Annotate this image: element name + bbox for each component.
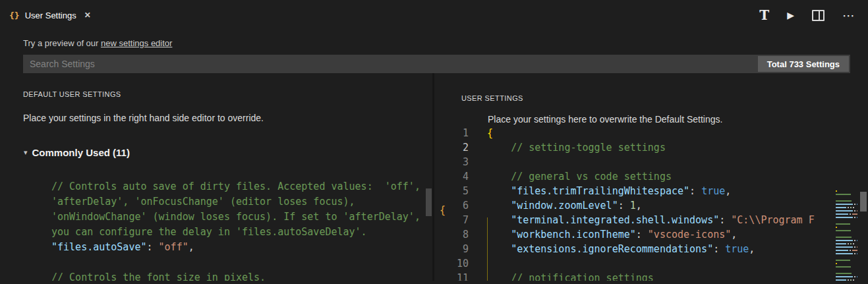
line-content: // notification settings	[487, 271, 654, 281]
minimap-row	[836, 256, 857, 258]
line-number: 4	[434, 169, 469, 184]
minimap-row	[836, 266, 857, 268]
code-line[interactable]: 10	[434, 256, 868, 271]
new-settings-editor-link[interactable]: new settings editor	[101, 38, 172, 48]
tab-bar: {} User Settings ✕ T ▶ ⋯	[0, 0, 868, 30]
line-content: you can configure the delay in 'files.au…	[51, 226, 367, 238]
code-line[interactable]: 4 // general vs code settings	[434, 169, 868, 184]
code-line[interactable]: 'afterDelay', 'onFocusChange' (editor lo…	[33, 194, 432, 210]
code-line[interactable]: 5 "files.trimTrailingWhitespace": true,	[434, 184, 868, 198]
line-number: 10	[434, 256, 469, 271]
default-settings-pane: DEFAULT USER SETTINGS Place your setting…	[0, 73, 432, 281]
minimap-row	[836, 273, 857, 275]
left-scrollbar[interactable]	[425, 182, 432, 281]
line-number: 9	[434, 242, 469, 256]
tab-user-settings[interactable]: {} User Settings ✕	[0, 0, 100, 30]
search-row: Total 733 Settings	[23, 55, 850, 73]
json-braces-icon: {}	[9, 11, 20, 20]
minimap-row	[836, 223, 857, 225]
search-settings-input[interactable]	[23, 55, 850, 73]
minimap-row	[836, 276, 857, 278]
code-line[interactable]: 11 // notification settings	[434, 271, 868, 281]
line-content: 'onWindowChange' (window loses focus). I…	[51, 211, 420, 223]
code-line[interactable]: // Controls the font size in pixels.	[33, 270, 432, 281]
code-line[interactable]: 9 "extensions.ignoreRecommendations": tr…	[434, 242, 868, 256]
code-line[interactable]: 8 "workbench.iconTheme": "vscode-icons",	[434, 227, 868, 242]
editor-toolbar: T ▶ ⋯	[759, 9, 868, 22]
line-number: 11	[434, 271, 469, 281]
code-line[interactable]: you can configure the delay in 'files.au…	[33, 225, 432, 240]
default-settings-code[interactable]: // Controls auto save of dirty files. Ac…	[33, 179, 432, 281]
code-line[interactable]: "files.autoSave": "off",	[33, 240, 432, 255]
minimap-row	[836, 197, 857, 199]
minimap-row	[836, 233, 857, 235]
minimap-row	[836, 207, 857, 209]
default-settings-header: DEFAULT USER SETTINGS	[0, 73, 432, 98]
user-settings-pane: USER SETTINGS Place your settings here t…	[434, 73, 868, 281]
split-panes: DEFAULT USER SETTINGS Place your setting…	[0, 73, 868, 281]
bracket-indent-guide	[487, 217, 488, 281]
line-content: "workbench.iconTheme": "vscode-icons",	[487, 227, 737, 242]
settings-editor-window: {} User Settings ✕ T ▶ ⋯ Try a preview o…	[0, 0, 868, 284]
minimap-row	[836, 237, 857, 239]
line-content: // Controls auto save of dirty files. Ac…	[51, 181, 420, 192]
code-line[interactable]: 2 // setting-toggle settings	[434, 140, 868, 155]
minimap-row	[836, 227, 857, 229]
minimap-row	[836, 240, 857, 242]
tab-title: User Settings	[25, 11, 76, 20]
split-editor-icon[interactable]	[812, 10, 825, 21]
code-line[interactable]: // Controls auto save of dirty files. Ac…	[33, 179, 432, 194]
preview-notice: Try a preview of our new settings editor	[0, 30, 868, 48]
minimap-row	[836, 243, 857, 245]
line-content: 'afterDelay', 'onFocusChange' (editor lo…	[51, 196, 355, 208]
code-line[interactable]	[33, 255, 432, 270]
minimap-row	[836, 213, 857, 215]
minimap[interactable]	[834, 185, 859, 281]
minimap-row	[836, 190, 857, 192]
commonly-used-section[interactable]: ▾ Commonly Used (11)	[24, 147, 432, 158]
more-actions-icon[interactable]: ⋯	[842, 9, 855, 22]
run-icon[interactable]: ▶	[787, 10, 794, 20]
code-line[interactable]: 6 "window.zoomLevel": 1,	[434, 198, 868, 213]
line-number: 8	[434, 227, 469, 242]
line-content: "extensions.ignoreRecommendations": true…	[487, 242, 755, 256]
fold-arrow-icon[interactable]: ▾	[24, 148, 28, 157]
code-line[interactable]: 7 "terminal.integrated.shell.windows": "…	[434, 213, 868, 227]
line-content: "files.trimTrailingWhitespace": true,	[487, 184, 731, 198]
settings-count-badge: Total 733 Settings	[758, 56, 849, 72]
user-settings-hint: Place your settings here to overwrite th…	[488, 113, 868, 126]
text-icon[interactable]: T	[759, 9, 769, 22]
line-content: "files.autoSave": "off",	[51, 241, 194, 253]
minimap-row	[836, 204, 857, 206]
minimap-row	[836, 217, 857, 219]
minimap-row	[836, 210, 857, 212]
line-content: {	[487, 126, 493, 140]
line-content: "window.zoomLevel": 1,	[487, 198, 642, 213]
minimap-row	[836, 250, 857, 252]
gutter-brace-decoration: {	[440, 203, 446, 217]
left-scrollbar-thumb[interactable]	[426, 188, 432, 216]
minimap-row	[836, 220, 857, 222]
minimap-row	[836, 260, 857, 262]
minimap-row	[836, 246, 857, 248]
user-settings-editor[interactable]: 1{2 // setting-toggle settings34 // gene…	[434, 126, 868, 281]
minimap-row	[836, 200, 857, 202]
line-number: 3	[434, 155, 469, 169]
minimap-row	[836, 279, 857, 281]
line-number: 5	[434, 184, 469, 198]
line-content: // Controls the font size in pixels.	[51, 271, 266, 281]
section-title: Commonly Used (11)	[32, 147, 130, 158]
code-line[interactable]: 1{	[434, 126, 868, 140]
code-line[interactable]: 'onWindowChange' (window loses focus). I…	[33, 210, 432, 225]
close-tab-icon[interactable]: ✕	[84, 11, 91, 20]
minimap-row	[836, 253, 857, 255]
line-content: "terminal.integrated.shell.windows": "C:…	[487, 213, 815, 227]
minimap-row	[836, 263, 857, 265]
line-number: 2	[434, 140, 469, 155]
preview-notice-text: Try a preview of our	[23, 38, 101, 48]
right-scrollbar-thumb[interactable]	[860, 192, 867, 212]
line-content: // general vs code settings	[487, 169, 672, 184]
right-scrollbar[interactable]	[859, 185, 868, 281]
code-line[interactable]: 3	[434, 155, 868, 169]
user-settings-header: USER SETTINGS	[434, 73, 868, 102]
